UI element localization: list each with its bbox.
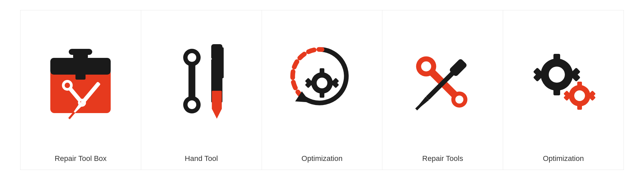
svg-rect-27	[320, 92, 324, 98]
optimization-1-label: Optimization	[302, 149, 342, 166]
svg-rect-55	[577, 82, 582, 86]
icon-wrapper-repair-tools	[386, 17, 499, 149]
optimization-2-label: Optimization	[543, 149, 584, 166]
svg-rect-1	[73, 52, 88, 59]
icons-container: Repair Tool Box	[0, 0, 644, 180]
icon-item-repair-tool-box: Repair Tool Box	[20, 10, 141, 170]
icon-wrapper-optimization-2	[506, 17, 620, 149]
svg-point-17	[187, 100, 196, 109]
icon-item-repair-tools: Repair Tools	[382, 10, 503, 170]
svg-rect-26	[320, 68, 324, 74]
svg-rect-45	[553, 54, 560, 60]
svg-rect-46	[553, 89, 560, 95]
svg-rect-42	[415, 104, 422, 110]
svg-point-25	[317, 78, 327, 88]
icon-item-optimization-2: Optimization	[503, 10, 624, 170]
optimization-1-icon	[285, 39, 359, 126]
optimization-2-icon	[527, 39, 600, 126]
repair-tools-label: Repair Tools	[422, 149, 463, 166]
svg-rect-56	[577, 105, 582, 110]
svg-point-54	[574, 90, 585, 101]
icon-item-optimization-1: Optimization	[262, 10, 383, 170]
svg-point-44	[549, 67, 565, 83]
svg-point-14	[187, 53, 196, 62]
svg-rect-4	[75, 73, 86, 80]
svg-marker-21	[212, 109, 222, 119]
repair-tool-box-icon	[44, 39, 117, 126]
svg-rect-3	[50, 58, 111, 75]
icon-wrapper-optimization-1	[265, 17, 379, 149]
svg-rect-20	[212, 91, 222, 109]
repair-tool-box-label: Repair Tool Box	[55, 149, 107, 166]
hand-tool-icon	[164, 39, 238, 126]
icon-wrapper-repair-tool-box	[24, 17, 138, 149]
svg-rect-18	[211, 44, 222, 60]
repair-tools-icon	[406, 39, 480, 126]
hand-tool-label: Hand Tool	[185, 149, 218, 166]
icon-item-hand-tool: Hand Tool	[141, 10, 262, 170]
svg-rect-22	[221, 47, 224, 78]
icon-wrapper-hand-tool	[145, 17, 258, 149]
